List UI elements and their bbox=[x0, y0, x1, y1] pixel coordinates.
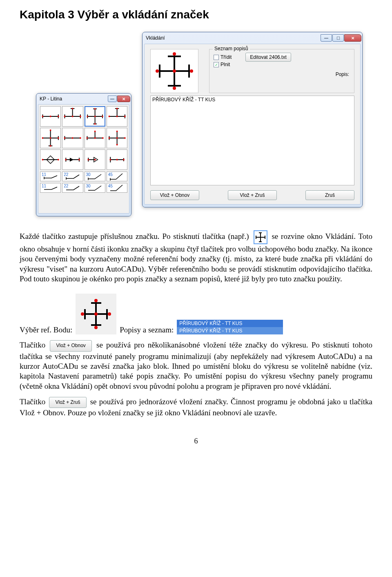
deg-button-11-b[interactable]: 11 bbox=[40, 183, 61, 193]
svg-point-82 bbox=[123, 159, 125, 160]
degree-row-2: 11 22 30 45 bbox=[40, 183, 127, 193]
plnit-label: Plnit bbox=[220, 62, 230, 67]
maximize-icon[interactable] bbox=[332, 34, 344, 42]
kp-litina-window: KP - Litina bbox=[36, 93, 131, 216]
palette-item[interactable] bbox=[85, 128, 105, 148]
svg-point-51 bbox=[86, 137, 88, 139]
vloz-obnov-inline-button[interactable]: Vlož + Obnov bbox=[50, 340, 91, 351]
kp-titlebar: KP - Litina bbox=[36, 94, 131, 104]
svg-point-30 bbox=[108, 116, 110, 117]
svg-point-5 bbox=[50, 116, 51, 117]
paragraph-3: Tlačítko Vlož + Zruš se používá pro jedn… bbox=[20, 397, 372, 418]
refpoint-demo-icon bbox=[76, 294, 116, 334]
tridit-checkbox[interactable] bbox=[214, 55, 219, 60]
vkladani-title: Vkládání bbox=[146, 35, 321, 41]
svg-point-12 bbox=[80, 116, 81, 117]
svg-point-13 bbox=[72, 108, 74, 109]
kp-title: KP - Litina bbox=[40, 96, 108, 102]
deg-button-45[interactable]: 45 bbox=[107, 172, 127, 181]
popis-list-demo: PŘÍRUBOVÝ KŘÍŽ - TT KUS PŘÍRUBOVÝ KŘÍŽ -… bbox=[177, 320, 283, 334]
svg-point-62 bbox=[116, 137, 118, 139]
svg-point-14 bbox=[72, 116, 74, 117]
svg-point-11 bbox=[64, 116, 66, 117]
deg-button-22-b[interactable]: 22 bbox=[62, 183, 83, 193]
svg-point-61 bbox=[116, 144, 118, 145]
degree-row-1: 11 22 30 45 bbox=[40, 172, 127, 181]
palette-item-selected[interactable] bbox=[85, 106, 105, 127]
palette-item[interactable] bbox=[40, 149, 61, 170]
palette-item[interactable] bbox=[85, 149, 105, 170]
svg-point-54 bbox=[94, 137, 96, 139]
svg-point-76 bbox=[87, 159, 89, 160]
para3-part-a: Tlačítko bbox=[20, 397, 45, 406]
svg-point-53 bbox=[94, 131, 96, 132]
paragraph-1: Každé tlačítko zastupuje příslušnou znač… bbox=[20, 230, 372, 284]
svg-point-66 bbox=[58, 159, 59, 160]
svg-point-77 bbox=[94, 159, 96, 160]
svg-point-21 bbox=[87, 116, 88, 117]
palette-item[interactable] bbox=[107, 106, 127, 127]
svg-point-42 bbox=[50, 137, 51, 139]
list-item[interactable]: PŘÍRUBOVÝ KŘÍŽ - TT KUS bbox=[152, 97, 352, 102]
para1-part-a: Každé tlačítko zastupuje příslušnou znač… bbox=[20, 232, 249, 241]
svg-point-59 bbox=[124, 137, 126, 139]
tridit-label: Třídit bbox=[220, 54, 232, 60]
svg-point-40 bbox=[50, 145, 51, 147]
popisy-seznam-label: Popisy a seznam: bbox=[120, 325, 174, 334]
svg-point-25 bbox=[94, 116, 96, 117]
cross-pipe-icon bbox=[156, 53, 192, 89]
deg-button-30-b[interactable]: 30 bbox=[85, 183, 105, 193]
svg-point-33 bbox=[116, 116, 118, 117]
seznam-popisu-group: Seznam popisů Třídit ✓ Plnit bbox=[209, 49, 354, 93]
svg-point-23 bbox=[94, 108, 96, 110]
palette-item[interactable] bbox=[62, 128, 83, 148]
palette-item[interactable] bbox=[40, 106, 61, 127]
svg-point-47 bbox=[72, 137, 74, 139]
palette-item[interactable] bbox=[62, 149, 83, 170]
refpoint-picker-large[interactable] bbox=[150, 49, 198, 93]
svg-point-71 bbox=[65, 159, 67, 160]
vyber-ref-bodu-label: Výběr ref. Bodu: bbox=[20, 325, 72, 334]
list-item: PŘÍRUBOVÝ KŘÍŽ - TT KUS bbox=[177, 327, 283, 334]
svg-point-3 bbox=[42, 116, 44, 117]
palette-item[interactable] bbox=[62, 106, 83, 127]
close-icon[interactable] bbox=[344, 34, 361, 42]
svg-point-41 bbox=[50, 129, 51, 131]
svg-point-24 bbox=[94, 123, 96, 125]
vloz-zrus-inline-button[interactable]: Vlož + Zruš bbox=[49, 397, 86, 408]
palette-item[interactable] bbox=[107, 128, 127, 148]
palette-item[interactable] bbox=[107, 149, 127, 170]
zrus-button[interactable]: Zruš bbox=[305, 190, 354, 200]
chapter-title: Kapitola 3 Výběr a vkládání značek bbox=[20, 8, 372, 21]
palette-item[interactable] bbox=[40, 128, 61, 148]
minimize-icon[interactable] bbox=[321, 34, 332, 42]
svg-point-46 bbox=[80, 137, 81, 139]
editovat-button[interactable]: Editovat 2406.txt bbox=[245, 53, 291, 62]
cross-pipe-small-icon bbox=[254, 230, 267, 244]
vloz-obnov-button[interactable]: Vlož + Obnov bbox=[150, 190, 199, 200]
minimize-icon[interactable] bbox=[108, 96, 117, 102]
deg-button-11[interactable]: 11 bbox=[40, 172, 61, 181]
svg-point-58 bbox=[108, 137, 110, 139]
list-item: PŘÍRUBOVÝ KŘÍŽ - TT KUS bbox=[177, 320, 283, 327]
deg-button-30[interactable]: 30 bbox=[85, 172, 105, 181]
vkladani-titlebar: Vkládání bbox=[143, 32, 362, 44]
svg-point-22 bbox=[102, 116, 103, 117]
seznam-legend: Seznam popisů bbox=[213, 46, 250, 51]
para2-part-a: Tlačítko bbox=[20, 341, 45, 349]
svg-point-4 bbox=[58, 116, 59, 117]
popis-label: Popis: bbox=[214, 71, 350, 77]
popis-listbox[interactable]: PŘÍRUBOVÝ KŘÍŽ - TT KUS bbox=[150, 96, 354, 185]
close-icon[interactable] bbox=[117, 96, 130, 102]
svg-point-65 bbox=[42, 159, 44, 160]
plnit-checkbox[interactable]: ✓ bbox=[214, 62, 219, 67]
vloz-zrus-button[interactable]: Vlož + Zruš bbox=[228, 190, 277, 200]
deg-button-45-b[interactable]: 45 bbox=[107, 183, 127, 193]
svg-marker-68 bbox=[70, 158, 74, 162]
svg-point-38 bbox=[42, 137, 44, 139]
svg-point-83 bbox=[116, 159, 118, 160]
svg-point-32 bbox=[116, 108, 118, 109]
deg-button-22[interactable]: 22 bbox=[62, 172, 83, 181]
vkladani-window: Vkládání bbox=[142, 32, 363, 207]
svg-point-31 bbox=[124, 116, 126, 117]
